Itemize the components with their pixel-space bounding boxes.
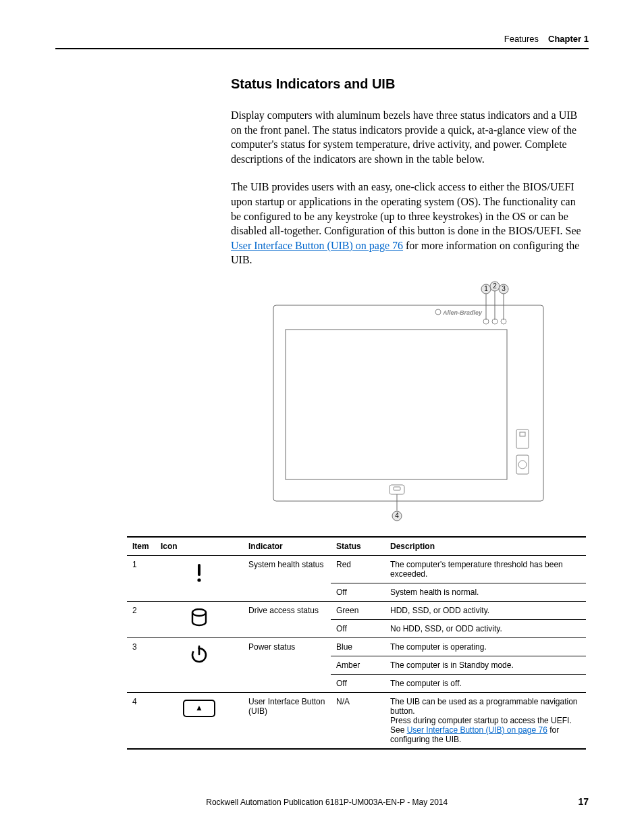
svg-rect-16 [390,485,404,494]
svg-point-21 [197,578,200,581]
th-icon: Icon [155,537,243,556]
cell-desc-2a: HDD, SSD, or ODD activity. [385,601,586,619]
th-indicator: Indicator [243,537,331,556]
cell-desc-2b: No HDD, SSD, or ODD activity. [385,619,586,637]
cell-item-2: 2 [127,601,155,637]
cell-item-1: 1 [127,555,155,601]
page-header: Features Chapter 1 [55,34,589,49]
page-footer: Rockwell Automation Publication 6181P-UM… [55,796,589,807]
exclamation-icon [155,555,243,601]
front-panel-diagram: 1 2 3 Allen-Bradley [267,281,550,524]
cell-desc-1b: System health is normal. [385,583,586,601]
drive-icon [155,601,243,637]
svg-point-7 [435,309,441,315]
uib-page-link-table[interactable]: User Interface Button (UIB) on page 76 [407,725,547,735]
cell-stat-1a: Red [331,555,385,583]
callout-2: 2 [493,282,497,290]
uib-button-icon [155,692,243,749]
brand-label: Allen-Bradley [442,309,483,316]
section-title: Status Indicators and UIB [231,76,586,92]
cell-desc-3a: The computer is operating. [385,637,586,656]
svg-rect-11 [286,330,507,479]
paragraph-1: Display computers with aluminum bezels h… [231,108,586,166]
header-section: Features [504,34,539,44]
th-status: Status [331,537,385,556]
r4-line3a: See [390,725,407,735]
cell-stat-2b: Off [331,619,385,637]
footer-page-number: 17 [578,796,589,807]
cell-stat-2a: Green [331,601,385,619]
callout-1: 1 [484,285,488,292]
p2-text-a: The UIB provides users with an easy, one… [231,181,581,236]
power-icon [155,637,243,692]
cell-item-3: 3 [127,637,155,692]
cell-ind-4: User Interface Button (UIB) [243,692,331,749]
cell-stat-3a: Blue [331,637,385,656]
cell-stat-4: N/A [331,692,385,749]
cell-stat-1b: Off [331,583,385,601]
svg-point-22 [192,609,206,616]
cell-desc-4: The UIB can be used as a programmable na… [385,692,586,749]
cell-stat-3c: Off [331,674,385,692]
cell-item-4: 4 [127,692,155,749]
cell-stat-3b: Amber [331,656,385,674]
cell-desc-3c: The computer is off. [385,674,586,692]
svg-rect-6 [273,305,543,501]
cell-ind-3: Power status [243,637,331,692]
th-description: Description [385,537,586,556]
paragraph-2: The UIB provides users with an easy, one… [231,180,586,267]
r4-line1: The UIB can be used as a programmable na… [390,697,578,716]
header-chapter: Chapter 1 [548,34,589,44]
footer-publication: Rockwell Automation Publication 6181P-UM… [76,798,578,807]
th-item: Item [127,537,155,556]
cell-desc-1a: The computer's temperature threshold has… [385,555,586,583]
svg-point-15 [518,461,527,469]
indicators-table: Item Icon Indicator Status Description 1… [127,536,586,750]
r4-line2: Press during computer startup to access … [390,716,572,725]
callout-3: 3 [502,285,506,292]
cell-ind-1: System health status [243,555,331,601]
callout-4: 4 [395,512,399,519]
cell-ind-2: Drive access status [243,601,331,637]
svg-rect-13 [520,432,525,436]
svg-rect-17 [394,487,400,490]
cell-desc-3b: The computer is in Standby mode. [385,656,586,674]
uib-page-link[interactable]: User Interface Button (UIB) on page 76 [231,240,403,251]
svg-rect-20 [198,564,200,576]
